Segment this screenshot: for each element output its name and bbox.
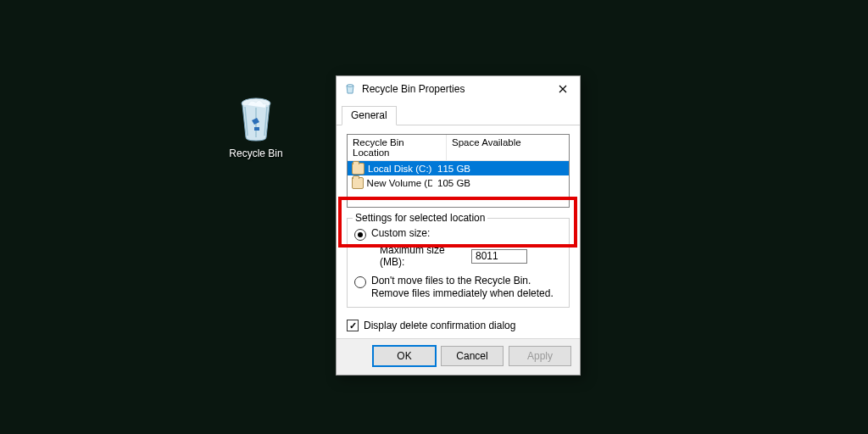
tab-general[interactable]: General — [342, 106, 397, 125]
radio-custom-size[interactable] — [354, 229, 366, 241]
col-space[interactable]: Space Available — [447, 135, 569, 160]
ok-button[interactable]: OK — [373, 346, 436, 366]
titlebar[interactable]: Recycle Bin Properties — [337, 76, 580, 102]
location-row-d[interactable]: New Volume (D:) 105 GB — [348, 175, 569, 190]
location-table: Recycle Bin Location Space Available Loc… — [347, 134, 570, 208]
max-size-input[interactable] — [471, 249, 527, 264]
location-row-c[interactable]: Local Disk (C:) 115 GB — [348, 161, 569, 175]
radio-dont-move-label: Don't move files to the Recycle Bin. Rem… — [371, 275, 562, 300]
radio-dont-move[interactable] — [354, 276, 366, 288]
dialog-button-row: OK Cancel Apply — [337, 338, 580, 375]
col-location[interactable]: Recycle Bin Location — [348, 135, 447, 160]
radio-dont-move-row[interactable]: Don't move files to the Recycle Bin. Rem… — [354, 275, 562, 300]
max-size-label: Maximum size (MB): — [380, 244, 471, 268]
drive-name: New Volume (D:) — [367, 178, 432, 188]
checkbox-confirm-delete-row[interactable]: Display delete confirmation dialog — [347, 320, 570, 331]
cancel-button[interactable]: Cancel — [441, 346, 504, 366]
checkbox-confirm-delete-label: Display delete confirmation dialog — [364, 320, 515, 331]
settings-group: Settings for selected location Custom si… — [347, 218, 570, 308]
recycle-bin-small-icon — [343, 82, 357, 96]
desktop-recycle-bin[interactable]: Recycle Bin — [222, 95, 290, 159]
checkbox-confirm-delete[interactable] — [347, 320, 359, 331]
close-button[interactable] — [546, 77, 580, 101]
tab-strip: General — [337, 102, 580, 125]
recycle-bin-properties-dialog: Recycle Bin Properties General Recycle B… — [336, 75, 581, 376]
dialog-title: Recycle Bin Properties — [362, 83, 546, 95]
apply-button: Apply — [509, 346, 571, 366]
close-icon — [559, 85, 567, 93]
recycle-bin-icon — [236, 95, 276, 144]
svg-point-1 — [347, 85, 353, 87]
radio-custom-size-row[interactable]: Custom size: — [354, 227, 562, 241]
folder-icon — [352, 163, 364, 175]
folder-icon — [352, 177, 364, 189]
drive-space: 105 GB — [436, 178, 569, 188]
drive-space: 115 GB — [436, 164, 569, 174]
drive-name: Local Disk (C:) — [368, 164, 431, 174]
radio-custom-size-label: Custom size: — [371, 227, 430, 240]
location-table-header: Recycle Bin Location Space Available — [348, 135, 569, 161]
group-title: Settings for selected location — [353, 212, 487, 224]
desktop-icon-label: Recycle Bin — [222, 147, 290, 159]
